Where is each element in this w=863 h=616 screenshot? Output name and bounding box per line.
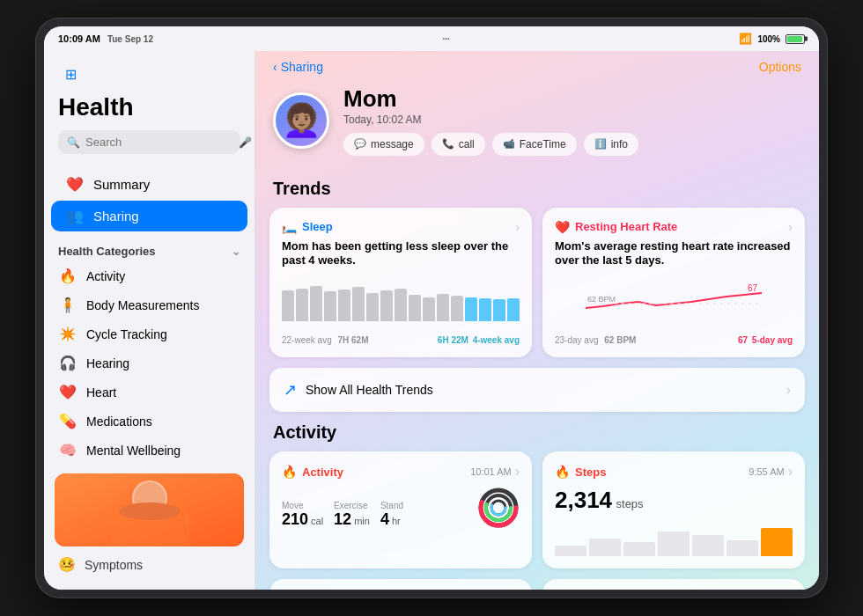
search-icon: 🔍 xyxy=(67,136,80,149)
status-time: 10:09 AM xyxy=(58,33,100,44)
info-icon: ℹ️ xyxy=(594,138,607,150)
wifi-icon: 📶 xyxy=(739,33,752,45)
exercise-unit: min xyxy=(354,516,370,526)
sidebar-item-symptoms[interactable]: 🤒 Symptoms xyxy=(44,550,254,579)
steps-card-header: 🔥 Steps 9:55 AM › xyxy=(555,464,793,480)
sleep-right-label: 6H 22M 4-week avg xyxy=(438,335,520,345)
message-icon: 💬 xyxy=(354,138,366,150)
sidebar-item-hearing[interactable]: 🎧 Hearing xyxy=(44,348,254,378)
call-label: call xyxy=(459,138,475,150)
sidebar: ⊞ Health 🔍 🎤 ❤️ Summary xyxy=(44,51,255,590)
heart-rate-description: Mom's average resting heart rate increas… xyxy=(555,239,793,269)
sidebar-toggle-button[interactable]: ⊞ xyxy=(58,62,83,86)
sidebar-item-mental[interactable]: 🧠 Mental Wellbeing xyxy=(44,436,254,465)
sleep-title-row: 🛏️ Sleep xyxy=(282,220,333,234)
contact-buttons: 💬 message 📞 call 📹 FaceTime xyxy=(343,133,801,156)
facetime-button[interactable]: 📹 FaceTime xyxy=(492,133,577,156)
sidebar-item-medications[interactable]: 💊 Medications xyxy=(44,407,254,436)
move-value: 210 xyxy=(282,510,308,529)
stand-unit: hr xyxy=(392,516,401,526)
sleep-chart-labels: 22-week avg 7H 62M 6H 22M 4-week avg xyxy=(282,335,520,345)
back-button[interactable]: ‹ Sharing xyxy=(273,60,323,74)
exercise-stat: Exercise 12 min xyxy=(334,501,370,529)
facetime-icon: 📹 xyxy=(503,138,515,150)
sleep-card-chevron-icon: › xyxy=(515,220,520,234)
heart-rate-icon: ❤️ xyxy=(555,220,570,234)
sidebar-header: ⊞ Health 🔍 🎤 xyxy=(44,62,254,165)
call-button[interactable]: 📞 call xyxy=(432,133,485,156)
exercise-value: 12 xyxy=(334,510,351,529)
info-button[interactable]: ℹ️ info xyxy=(584,133,638,156)
steps-time: 9:55 AM xyxy=(749,466,784,477)
cycle-icon: ✴️ xyxy=(58,326,77,342)
memoji-icon: 👩🏽‍🦱 xyxy=(282,105,321,136)
steps-chevron-icon: › xyxy=(788,464,793,480)
steps-value: 2,314 xyxy=(555,487,612,513)
status-bar: 10:09 AM Tue Sep 12 ··· 📶 100% xyxy=(44,26,819,51)
main-content: ‹ Sharing Options 👩🏽‍🦱 Mom Today, 10:02 … xyxy=(255,51,819,590)
categories-list: 🔥 Activity 🧍 Body Measurements ✴️ Cycle … xyxy=(44,261,254,465)
search-input[interactable] xyxy=(85,136,233,149)
options-button[interactable]: Options xyxy=(759,60,801,74)
steps-value-row: 2,314 steps xyxy=(555,487,793,514)
activity-time: 10:01 AM xyxy=(470,466,511,477)
options-label: Options xyxy=(759,60,801,74)
battery-icon xyxy=(786,34,805,44)
symptoms-label: Symptoms xyxy=(85,558,143,572)
steps-card[interactable]: 🔥 Steps 9:55 AM › 2,314 steps xyxy=(542,451,805,568)
health-categories-title: Health Categories xyxy=(58,245,156,258)
heart-chart: 67 62 BPM xyxy=(555,277,793,330)
workouts-card[interactable]: 🔥 Workouts 7:00 AM › xyxy=(542,579,805,590)
sleep-card-description: Mom has been getting less sleep over the… xyxy=(282,239,520,269)
sidebar-photo xyxy=(55,473,244,546)
sleep-card-title: Sleep xyxy=(302,220,333,233)
message-label: message xyxy=(371,138,414,150)
sidebar-item-sharing[interactable]: 👥 Sharing xyxy=(51,201,247,231)
sharing-icon: 👥 xyxy=(65,208,85,224)
steps-title-row: 🔥 Steps xyxy=(555,465,606,479)
back-chevron-icon: ‹ xyxy=(273,60,277,74)
app-container: ⊞ Health 🔍 🎤 ❤️ Summary xyxy=(44,51,819,590)
stand-value: 4 xyxy=(380,510,389,529)
activity-title-row: 🔥 Activity xyxy=(282,465,343,479)
svg-text:67: 67 xyxy=(748,283,758,293)
sidebar-toggle-icon: ⊞ xyxy=(65,66,77,83)
sleep-card[interactable]: 🛏️ Sleep › Mom has been getting less sle… xyxy=(269,208,532,358)
ipad-screen: 10:09 AM Tue Sep 12 ··· 📶 100% xyxy=(44,26,819,590)
stand-label: Stand xyxy=(380,501,403,510)
sidebar-item-summary[interactable]: ❤️ Summary xyxy=(51,169,247,200)
move-stat: Move 210 cal xyxy=(282,501,323,529)
sidebar-item-heart[interactable]: ❤️ Heart xyxy=(44,378,254,407)
main-topnav: ‹ Sharing Options xyxy=(255,51,819,74)
sidebar-item-cycle[interactable]: ✴️ Cycle Tracking xyxy=(44,319,254,348)
heart-title-row: ❤️ Resting Heart Rate xyxy=(555,220,677,234)
bottom-row: 🔥 Walking + Running Distance 9:16 AM › 🔥 xyxy=(269,579,805,590)
mental-icon: 🧠 xyxy=(58,442,77,458)
heart-card-chevron-icon: › xyxy=(788,220,793,234)
trends-icon: ↗ xyxy=(284,380,297,400)
activity-chevron-icon: › xyxy=(515,464,520,480)
profile-time: Today, 10:02 AM xyxy=(343,114,801,126)
move-label: Move xyxy=(282,501,323,510)
heart-rate-card[interactable]: ❤️ Resting Heart Rate › Mom's average re… xyxy=(542,208,805,358)
sidebar-item-activity[interactable]: 🔥 Activity xyxy=(44,261,254,290)
summary-icon: ❤️ xyxy=(65,176,85,193)
hearing-icon: 🎧 xyxy=(58,355,77,371)
activity-ring xyxy=(477,487,520,529)
category-label: Mental Wellbeing xyxy=(86,444,181,458)
cards-area: Trends 🛏️ Sleep › M xyxy=(255,166,819,590)
message-button[interactable]: 💬 message xyxy=(343,133,424,156)
walking-card[interactable]: 🔥 Walking + Running Distance 9:16 AM › xyxy=(269,579,532,590)
activity-card-header: 🔥 Activity 10:01 AM › xyxy=(282,464,520,480)
show-all-trends-button[interactable]: ↗ Show All Health Trends › xyxy=(269,368,805,412)
nav-items: ❤️ Summary 👥 Sharing xyxy=(44,165,254,236)
category-label: Cycle Tracking xyxy=(86,327,167,341)
sidebar-item-body[interactable]: 🧍 Body Measurements xyxy=(44,290,254,319)
heart-rate-card-header: ❤️ Resting Heart Rate › xyxy=(555,220,793,234)
activity-row: 🔥 Activity 10:01 AM › Move xyxy=(269,451,805,568)
battery-percent: 100% xyxy=(757,34,780,44)
facetime-label: FaceTime xyxy=(520,138,566,150)
activity-title: Activity xyxy=(273,422,801,443)
activity-card[interactable]: 🔥 Activity 10:01 AM › Move xyxy=(269,451,532,568)
steps-icon: 🔥 xyxy=(555,465,570,479)
